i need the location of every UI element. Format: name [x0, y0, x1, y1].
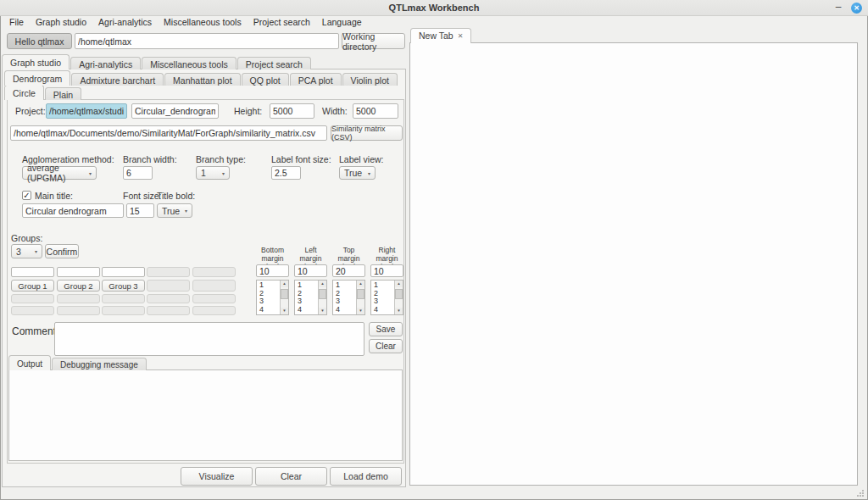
arrow-down-icon[interactable]: ▼ [395, 308, 403, 314]
output-console[interactable] [8, 369, 403, 461]
scroll-thumb[interactable] [281, 289, 288, 299]
result-view[interactable] [409, 42, 858, 486]
tab-debugging-message[interactable]: Debugging message [52, 358, 147, 370]
scrollbar[interactable]: ▲ ▼ [356, 281, 364, 314]
tab-plain[interactable]: Plain [45, 87, 81, 100]
new-tab-label: New Tab [419, 30, 453, 42]
main-title-input[interactable] [22, 203, 124, 218]
groups-confirm-button[interactable]: Confirm [45, 244, 79, 258]
scrollbar[interactable]: ▲ ▼ [280, 281, 288, 314]
width-input[interactable] [353, 103, 398, 119]
arrow-up-icon[interactable]: ▲ [395, 281, 403, 287]
group1-button[interactable]: Group 1 [11, 280, 54, 292]
project-name-input[interactable] [131, 103, 219, 119]
scrollbar[interactable]: ▲ ▼ [318, 281, 326, 314]
main-title-checkbox[interactable]: ✓ [22, 191, 31, 200]
tab-dendrogram[interactable]: Dendrogram [4, 70, 70, 86]
scroll-thumb[interactable] [357, 289, 364, 299]
top-margin-list[interactable]: 1 2 3 4 ▲ ▼ [332, 280, 365, 315]
hello-user-button[interactable]: Hello qtlmax [7, 33, 72, 49]
right-margin-input[interactable] [370, 264, 403, 277]
groups-count-select[interactable]: 3 ▾ [11, 244, 42, 258]
group3-button[interactable]: Group 3 [102, 280, 145, 292]
title-bold-select[interactable]: True ▾ [157, 203, 192, 218]
tab-project-search[interactable]: Project search [237, 57, 311, 69]
group1-members-input[interactable] [11, 267, 54, 277]
tab-violin-plot[interactable]: Violin plot [342, 73, 398, 86]
menu-project-search[interactable]: Project search [248, 16, 316, 28]
group-cell-disabled [192, 306, 236, 315]
arrow-down-icon[interactable]: ▼ [357, 308, 364, 314]
font-size-label: Font size: [123, 191, 162, 201]
tab-manhattan-plot[interactable]: Manhattan plot [164, 73, 240, 86]
tab-admixture-barchart[interactable]: Admixture barchart [71, 73, 164, 86]
group3-members-input[interactable] [102, 267, 145, 277]
branch-type-label: Branch type: [196, 154, 246, 164]
menu-graph-studio[interactable]: Graph studio [30, 16, 92, 28]
height-input[interactable] [270, 103, 314, 119]
arrow-up-icon[interactable]: ▲ [357, 281, 364, 287]
comment-save-button[interactable]: Save [369, 322, 403, 336]
title-bar: QTLmax Workbench [0, 0, 868, 16]
visualize-button[interactable]: Visualize [181, 467, 253, 486]
chevron-down-icon: ▾ [222, 170, 225, 176]
similarity-matrix-button[interactable]: Similarity matrix (CSV) [331, 125, 403, 141]
menu-miscellaneous-tools[interactable]: Miscellaneous tools [158, 16, 248, 28]
menu-file[interactable]: File [3, 16, 30, 28]
arrow-down-icon[interactable]: ▼ [281, 308, 288, 314]
graph-studio-panel: Dendrogram Admixture barchart Manhattan … [2, 69, 406, 487]
group5-button-disabled [192, 280, 236, 292]
tab-qq-plot[interactable]: QQ plot [242, 73, 289, 86]
group-cell-disabled [11, 306, 54, 315]
resize-grip[interactable] [856, 489, 865, 497]
comment-textarea[interactable] [54, 322, 364, 356]
working-directory-input[interactable] [75, 33, 339, 49]
project-path-input[interactable] [46, 103, 127, 119]
working-directory-button[interactable]: Working directory [342, 33, 405, 49]
tab-output[interactable]: Output [8, 355, 51, 370]
similarity-matrix-path-input[interactable] [10, 125, 327, 141]
group-cell-disabled [11, 294, 54, 303]
tab-miscellaneous-tools[interactable]: Miscellaneous tools [142, 57, 236, 69]
scrollbar[interactable]: ▲ ▼ [394, 281, 403, 314]
menu-agri-analytics[interactable]: Agri-analytics [92, 16, 158, 28]
tab-new-tab[interactable]: New Tab ✕ [410, 28, 471, 43]
top-margin-input[interactable] [332, 264, 365, 277]
menu-language[interactable]: Language [316, 16, 368, 28]
branch-type-select[interactable]: 1 ▾ [196, 166, 230, 180]
label-view-select[interactable]: True ▾ [339, 166, 376, 180]
load-demo-button[interactable]: Load demo [330, 467, 402, 486]
label-font-size-input[interactable] [271, 166, 301, 180]
bottom-margin-list[interactable]: 1 2 3 4 ▲ ▼ [256, 280, 289, 315]
group2-button[interactable]: Group 2 [57, 280, 100, 292]
width-label: Width: [322, 103, 348, 119]
clear-button[interactable]: Clear [255, 467, 327, 486]
left-margin-input[interactable] [294, 264, 327, 277]
left-margin-list[interactable]: 1 2 3 4 ▲ ▼ [294, 280, 327, 315]
group2-members-input[interactable] [57, 267, 100, 277]
branch-width-input[interactable] [123, 166, 153, 180]
close-icon[interactable]: ✕ [851, 3, 862, 14]
scroll-thumb[interactable] [319, 289, 326, 299]
arrow-up-icon[interactable]: ▲ [281, 281, 288, 287]
group-cell-disabled [57, 306, 100, 315]
tab-agri-analytics[interactable]: Agri-analytics [70, 57, 141, 69]
comment-clear-button[interactable]: Clear [369, 339, 403, 353]
right-margin-list[interactable]: 1 2 3 4 ▲ ▼ [370, 280, 403, 315]
minimize-icon[interactable]: – [832, 0, 844, 15]
bottom-margin-input[interactable] [256, 264, 289, 277]
group4-members-input-disabled [147, 267, 190, 277]
app-window: QTLmax Workbench – ✕ File Graph studio A… [0, 0, 868, 500]
tab-pca-plot[interactable]: PCA plot [290, 73, 342, 86]
tab-close-icon[interactable]: ✕ [458, 30, 464, 42]
tab-graph-studio[interactable]: Graph studio [2, 54, 70, 69]
group5-members-input-disabled [192, 267, 236, 277]
arrow-down-icon[interactable]: ▼ [319, 308, 326, 314]
tab-circle[interactable]: Circle [4, 85, 44, 100]
chevron-down-icon: ▾ [368, 170, 370, 176]
branch-width-label: Branch width: [123, 154, 177, 164]
arrow-up-icon[interactable]: ▲ [319, 281, 326, 287]
agglomeration-method-select[interactable]: average (UPGMA) ▾ [22, 166, 97, 180]
scroll-thumb[interactable] [395, 289, 403, 299]
font-size-input[interactable] [126, 203, 154, 218]
